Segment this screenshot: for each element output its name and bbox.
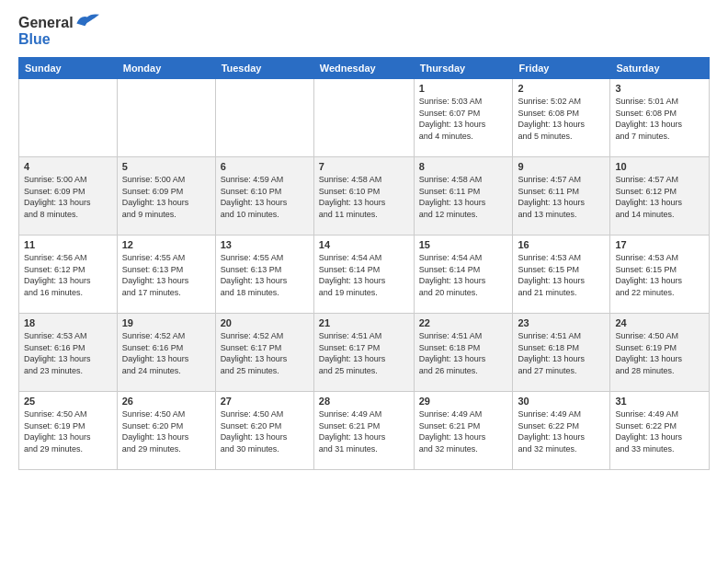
day-cell: 30Sunrise: 4:49 AM Sunset: 6:22 PM Dayli… [513,392,610,470]
header-tuesday: Tuesday [215,58,313,79]
day-number: 18 [24,317,112,328]
day-number: 1 [419,83,508,94]
day-number: 17 [615,239,704,250]
day-number: 10 [615,161,704,172]
header-wednesday: Wednesday [313,58,414,79]
day-cell: 8Sunrise: 4:58 AM Sunset: 6:11 PM Daylig… [414,157,513,236]
day-number: 20 [221,317,309,328]
day-info: Sunrise: 4:53 AM Sunset: 6:16 PM Dayligh… [24,330,112,376]
day-number: 6 [221,161,309,172]
day-cell [215,79,313,157]
day-cell: 1Sunrise: 5:03 AM Sunset: 6:07 PM Daylig… [414,79,513,157]
day-number: 19 [122,317,210,328]
day-cell: 20Sunrise: 4:52 AM Sunset: 6:17 PM Dayli… [215,314,313,392]
day-cell [117,79,215,157]
day-info: Sunrise: 5:02 AM Sunset: 6:08 PM Dayligh… [518,96,605,142]
day-cell: 6Sunrise: 4:59 AM Sunset: 6:10 PM Daylig… [215,157,313,236]
day-number: 23 [518,317,605,328]
day-info: Sunrise: 4:51 AM Sunset: 6:18 PM Dayligh… [419,330,508,376]
header-sunday: Sunday [19,58,118,79]
day-info: Sunrise: 4:55 AM Sunset: 6:13 PM Dayligh… [122,252,210,298]
day-cell: 4Sunrise: 5:00 AM Sunset: 6:09 PM Daylig… [19,157,118,236]
day-cell: 9Sunrise: 4:57 AM Sunset: 6:11 PM Daylig… [513,157,610,236]
day-info: Sunrise: 4:53 AM Sunset: 6:15 PM Dayligh… [615,252,704,298]
day-info: Sunrise: 4:50 AM Sunset: 6:19 PM Dayligh… [615,330,704,376]
day-cell: 21Sunrise: 4:51 AM Sunset: 6:17 PM Dayli… [313,314,414,392]
week-row-5: 25Sunrise: 4:50 AM Sunset: 6:19 PM Dayli… [19,392,710,470]
day-cell [313,79,414,157]
day-info: Sunrise: 4:51 AM Sunset: 6:18 PM Dayligh… [518,330,605,376]
day-cell: 23Sunrise: 4:51 AM Sunset: 6:18 PM Dayli… [513,314,610,392]
day-info: Sunrise: 4:54 AM Sunset: 6:14 PM Dayligh… [319,252,409,298]
day-number: 9 [518,161,605,172]
day-info: Sunrise: 4:56 AM Sunset: 6:12 PM Dayligh… [24,252,112,298]
day-number: 8 [419,161,508,172]
day-info: Sunrise: 4:49 AM Sunset: 6:22 PM Dayligh… [518,408,605,454]
day-number: 22 [419,317,508,328]
day-info: Sunrise: 4:49 AM Sunset: 6:21 PM Dayligh… [419,408,508,454]
calendar-table: SundayMondayTuesdayWednesdayThursdayFrid… [18,57,710,470]
day-cell: 15Sunrise: 4:54 AM Sunset: 6:14 PM Dayli… [414,236,513,314]
day-info: Sunrise: 5:00 AM Sunset: 6:09 PM Dayligh… [122,174,210,220]
day-number: 2 [518,83,605,94]
day-number: 31 [615,396,704,407]
day-info: Sunrise: 5:00 AM Sunset: 6:09 PM Dayligh… [24,174,112,220]
day-info: Sunrise: 4:53 AM Sunset: 6:15 PM Dayligh… [518,252,605,298]
day-number: 26 [122,396,210,407]
day-cell: 18Sunrise: 4:53 AM Sunset: 6:16 PM Dayli… [19,314,118,392]
day-number: 21 [319,317,409,328]
day-cell: 27Sunrise: 4:50 AM Sunset: 6:20 PM Dayli… [215,392,313,470]
day-info: Sunrise: 4:52 AM Sunset: 6:16 PM Dayligh… [122,330,210,376]
day-cell: 7Sunrise: 4:58 AM Sunset: 6:10 PM Daylig… [313,157,414,236]
day-info: Sunrise: 4:55 AM Sunset: 6:13 PM Dayligh… [221,252,309,298]
week-row-2: 4Sunrise: 5:00 AM Sunset: 6:09 PM Daylig… [19,157,710,236]
day-number: 5 [122,161,210,172]
day-number: 30 [518,396,605,407]
day-cell: 26Sunrise: 4:50 AM Sunset: 6:20 PM Dayli… [117,392,215,470]
page: General Blue SundayMondayTuesdayWednesda… [0,0,728,563]
day-cell: 28Sunrise: 4:49 AM Sunset: 6:21 PM Dayli… [313,392,414,470]
day-info: Sunrise: 4:52 AM Sunset: 6:17 PM Dayligh… [221,330,309,376]
day-info: Sunrise: 4:54 AM Sunset: 6:14 PM Dayligh… [419,252,508,298]
logo-line2: Blue [18,31,51,48]
day-info: Sunrise: 4:58 AM Sunset: 6:11 PM Dayligh… [419,174,508,220]
day-info: Sunrise: 4:57 AM Sunset: 6:11 PM Dayligh… [518,174,605,220]
day-cell: 13Sunrise: 4:55 AM Sunset: 6:13 PM Dayli… [215,236,313,314]
day-info: Sunrise: 4:50 AM Sunset: 6:20 PM Dayligh… [221,408,309,454]
day-cell: 31Sunrise: 4:49 AM Sunset: 6:22 PM Dayli… [610,392,710,470]
day-info: Sunrise: 5:03 AM Sunset: 6:07 PM Dayligh… [419,96,508,142]
day-number: 15 [419,239,508,250]
day-number: 14 [319,239,409,250]
day-info: Sunrise: 5:01 AM Sunset: 6:08 PM Dayligh… [615,96,704,142]
logo: General Blue [18,15,99,48]
logo-bird-icon [75,12,99,30]
calendar-header-row: SundayMondayTuesdayWednesdayThursdayFrid… [19,58,710,79]
day-info: Sunrise: 4:51 AM Sunset: 6:17 PM Dayligh… [319,330,409,376]
day-number: 28 [319,396,409,407]
day-number: 11 [24,239,112,250]
day-cell: 25Sunrise: 4:50 AM Sunset: 6:19 PM Dayli… [19,392,118,470]
day-number: 3 [615,83,704,94]
day-info: Sunrise: 4:57 AM Sunset: 6:12 PM Dayligh… [615,174,704,220]
day-number: 24 [615,317,704,328]
day-info: Sunrise: 4:59 AM Sunset: 6:10 PM Dayligh… [221,174,309,220]
header: General Blue [18,15,710,48]
week-row-3: 11Sunrise: 4:56 AM Sunset: 6:12 PM Dayli… [19,236,710,314]
day-cell: 10Sunrise: 4:57 AM Sunset: 6:12 PM Dayli… [610,157,710,236]
day-cell: 29Sunrise: 4:49 AM Sunset: 6:21 PM Dayli… [414,392,513,470]
week-row-1: 1Sunrise: 5:03 AM Sunset: 6:07 PM Daylig… [19,79,710,157]
day-cell: 3Sunrise: 5:01 AM Sunset: 6:08 PM Daylig… [610,79,710,157]
day-cell: 11Sunrise: 4:56 AM Sunset: 6:12 PM Dayli… [19,236,118,314]
day-cell: 17Sunrise: 4:53 AM Sunset: 6:15 PM Dayli… [610,236,710,314]
day-cell: 5Sunrise: 5:00 AM Sunset: 6:09 PM Daylig… [117,157,215,236]
header-thursday: Thursday [414,58,513,79]
day-cell: 16Sunrise: 4:53 AM Sunset: 6:15 PM Dayli… [513,236,610,314]
day-cell: 12Sunrise: 4:55 AM Sunset: 6:13 PM Dayli… [117,236,215,314]
day-cell: 14Sunrise: 4:54 AM Sunset: 6:14 PM Dayli… [313,236,414,314]
day-cell: 2Sunrise: 5:02 AM Sunset: 6:08 PM Daylig… [513,79,610,157]
day-number: 4 [24,161,112,172]
day-number: 13 [221,239,309,250]
day-info: Sunrise: 4:58 AM Sunset: 6:10 PM Dayligh… [319,174,409,220]
day-cell: 24Sunrise: 4:50 AM Sunset: 6:19 PM Dayli… [610,314,710,392]
header-monday: Monday [117,58,215,79]
